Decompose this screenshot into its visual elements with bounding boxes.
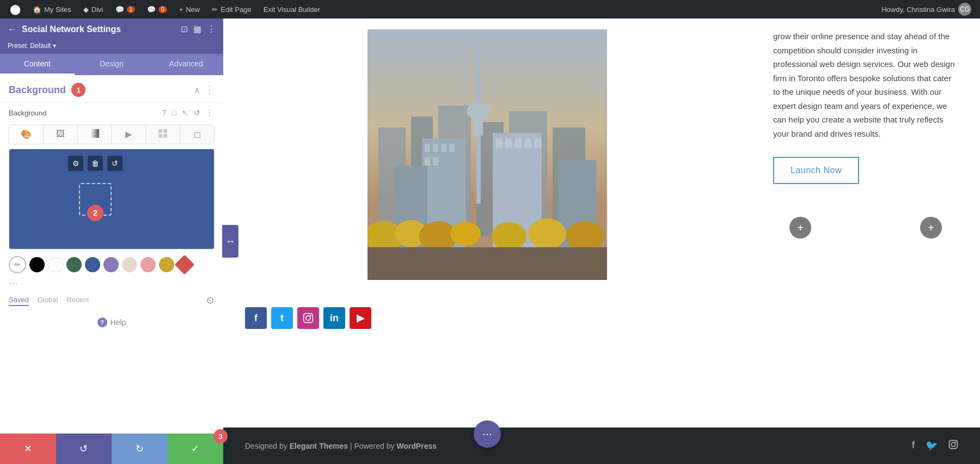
social-icons-row: f t in ▶ (223, 307, 980, 345)
preset-value[interactable]: Default ▾ (30, 42, 56, 50)
city-image (367, 29, 607, 280)
swatch-settings-icon[interactable]: ⚙ (206, 295, 215, 307)
comment-count: 1 (127, 6, 136, 13)
svg-rect-18 (441, 144, 446, 152)
edit-page-label: Edit Page (220, 5, 251, 14)
svg-point-42 (951, 442, 955, 447)
swatch-gold[interactable] (159, 257, 174, 272)
add-section-btn-1[interactable]: + (789, 217, 811, 239)
bg-type-pattern[interactable] (146, 125, 180, 144)
swatch-pink[interactable] (140, 257, 156, 272)
youtube-icon-btn[interactable]: ▶ (350, 307, 371, 329)
fab-button[interactable]: ··· (474, 420, 501, 448)
color-swatches: ✏ (0, 249, 223, 277)
swatch-red[interactable] (175, 255, 195, 275)
swatch-blue[interactable] (85, 257, 100, 272)
bottom-bar: ✕ ↺ ↻ ✓ 3 (0, 434, 223, 464)
collapse-icon[interactable]: ∧ (194, 85, 200, 95)
footer-twitter-icon[interactable]: 🐦 (926, 439, 938, 452)
swatch-tab-recent[interactable]: Recent (66, 296, 89, 306)
linkedin-icon-btn[interactable]: in (323, 307, 345, 329)
launch-now-button[interactable]: Launch Now (773, 157, 859, 184)
resize-handle[interactable]: ↔ (222, 225, 238, 258)
back-icon[interactable]: ← (8, 25, 16, 34)
home-icon: 🏠 (33, 5, 41, 14)
swatch-purple[interactable] (103, 257, 119, 272)
help-button[interactable]: ? Help (0, 311, 223, 334)
preset-label: Preset: Default ▾ (0, 40, 223, 54)
new-item[interactable]: + New (174, 0, 206, 19)
user-avatar: CG (958, 3, 971, 16)
bg-type-video[interactable]: ▶ (112, 125, 146, 144)
tab-advanced[interactable]: Advanced (149, 54, 223, 75)
page-content: grow their online presence and stay ahea… (223, 19, 980, 464)
menu-icon[interactable]: ⋮ (207, 24, 216, 34)
expand-icon[interactable]: ⊡ (181, 24, 188, 34)
swatch-peach[interactable] (122, 257, 137, 272)
user-menu[interactable]: Howdy, Christina Gwira CG (877, 3, 976, 16)
add-section-btn-2[interactable]: + (920, 217, 942, 239)
footer-facebook-icon[interactable]: f (912, 439, 915, 452)
comment2-item[interactable]: 💬 0 (142, 0, 173, 19)
save-badge: 3 (213, 429, 228, 443)
svg-rect-38 (304, 314, 313, 323)
trash-cp-icon[interactable]: 🗑 (88, 156, 103, 171)
divi-item[interactable]: ◆ Divi (78, 0, 109, 19)
swatch-tab-global[interactable]: Global (38, 296, 58, 306)
page-footer: Designed by Elegant Themes | Powered by … (223, 428, 980, 464)
pencil-icon: ✏ (212, 5, 218, 14)
svg-rect-3 (158, 134, 162, 138)
color-preview-area[interactable]: ⚙ 🗑 ↺ 2 (9, 149, 215, 249)
bg-more-icon[interactable]: ⋮ (205, 107, 215, 118)
panel-tabs: Content Design Advanced (0, 54, 223, 75)
divi-icon: ◆ (83, 5, 89, 14)
exit-builder-label: Exit Visual Builder (264, 5, 321, 14)
bg-type-mask[interactable]: ◻ (180, 125, 214, 144)
panel-title: Social Network Settings (22, 25, 121, 34)
device-icon[interactable]: □ (171, 107, 177, 118)
swatch-white[interactable] (48, 257, 63, 272)
add-section-row: + + (773, 206, 958, 249)
cancel-button[interactable]: ✕ (0, 434, 56, 464)
bg-type-color[interactable]: 🎨 (9, 125, 44, 144)
wp-logo-item[interactable]: ⬤ (4, 0, 26, 19)
bg-row: Background ? □ ↖ ↺ ⋮ (0, 103, 223, 123)
footer-instagram-icon[interactable] (948, 439, 958, 452)
swatch-edit-icon[interactable]: ✏ (9, 256, 26, 273)
reset-cp-icon[interactable]: ↺ (107, 156, 122, 171)
cursor-icon[interactable]: ↖ (181, 107, 189, 118)
admin-bar-right: Howdy, Christina Gwira CG (877, 3, 976, 16)
panel-header: ← Social Network Settings ⊡ ▦ ⋮ (0, 19, 223, 40)
divi-label: Divi (91, 5, 103, 14)
svg-point-40 (310, 315, 311, 316)
elegant-themes-link[interactable]: Elegant Themes (290, 442, 348, 450)
save-button[interactable]: ✓ 3 (168, 434, 224, 464)
swatch-dark-green[interactable] (66, 257, 82, 272)
facebook-icon-btn[interactable]: f (245, 307, 267, 329)
layout-icon[interactable]: ▦ (193, 24, 201, 34)
exit-builder-item[interactable]: Exit Visual Builder (258, 0, 326, 19)
twitter-icon-btn[interactable]: t (271, 307, 293, 329)
bg-type-image[interactable]: 🖼 (44, 125, 78, 144)
section-more-icon[interactable]: ⋮ (205, 84, 215, 96)
edit-page-item[interactable]: ✏ Edit Page (206, 0, 256, 19)
comment2-icon: 💬 (147, 5, 156, 14)
instagram-icon-btn[interactable] (297, 307, 319, 329)
settings-cp-icon[interactable]: ⚙ (68, 156, 83, 171)
redo-button[interactable]: ↻ (112, 434, 168, 464)
bg-type-gradient[interactable] (78, 125, 112, 144)
swatch-tab-saved[interactable]: Saved (9, 296, 29, 306)
tab-design[interactable]: Design (75, 54, 149, 75)
more-swatches-dots[interactable]: ··· (9, 277, 18, 289)
reset-icon[interactable]: ↺ (193, 107, 201, 118)
my-sites-item[interactable]: 🏠 My Sites (27, 0, 77, 19)
undo-button[interactable]: ↺ (56, 434, 112, 464)
svg-point-34 (492, 222, 526, 251)
swatch-black[interactable] (29, 257, 45, 272)
comments-item[interactable]: 💬 1 (110, 0, 141, 19)
tab-content[interactable]: Content (0, 54, 75, 75)
help-tooltip-icon[interactable]: ? (161, 107, 168, 118)
new-label: New (186, 5, 200, 14)
svg-point-36 (566, 221, 604, 252)
wordpress-link[interactable]: WordPress (396, 442, 437, 450)
